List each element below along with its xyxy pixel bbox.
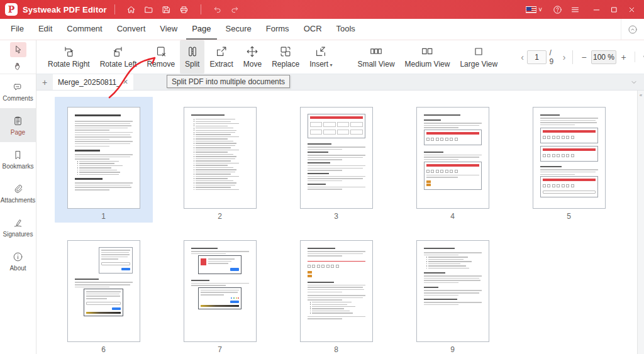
next-page-button[interactable]: › (560, 52, 569, 62)
sidebar: CommentsPageBookmarksAttachmentsSignatur… (0, 40, 36, 354)
page-preview[interactable] (184, 240, 257, 342)
zoom-level-input[interactable]: 100 % (591, 50, 617, 64)
button-label: Rotate Left (100, 60, 137, 69)
page-preview[interactable] (184, 107, 257, 209)
page-preview[interactable] (416, 240, 489, 342)
hamburger-menu-button[interactable] (566, 1, 584, 18)
page-preview[interactable] (67, 240, 140, 342)
page-thumbnail-9[interactable]: 9 (404, 230, 502, 354)
button-label: Small View (357, 60, 394, 69)
sidebar-item-signatures[interactable]: Signatures (0, 210, 36, 244)
sidebar-item-bookmarks[interactable]: Bookmarks (0, 142, 36, 176)
close-button[interactable] (623, 1, 640, 18)
collapse-ribbon-button[interactable] (621, 19, 644, 40)
page-preview[interactable] (300, 240, 373, 342)
open-folder-button[interactable] (140, 1, 158, 18)
medium-view-button[interactable]: Medium View (400, 40, 455, 74)
page-number-input[interactable]: 1 (527, 50, 547, 64)
page-preview[interactable] (300, 107, 373, 209)
about-icon (12, 251, 24, 263)
large-view-button[interactable]: Large View (455, 40, 502, 74)
document-tab[interactable]: Merge_20250811_... ✕ (53, 74, 133, 90)
page-thumbnail-8[interactable]: 8 (287, 230, 386, 354)
panel-collapse-rail[interactable]: « (637, 91, 644, 354)
page-preview[interactable] (533, 107, 606, 209)
thumbnail-cell: 7 (162, 230, 278, 354)
print-icon (179, 4, 189, 15)
print-button[interactable] (175, 1, 193, 18)
menu-item-edit[interactable]: Edit (33, 19, 58, 40)
split-button[interactable]: Split (180, 40, 204, 74)
menu-item-file[interactable]: File (5, 19, 30, 40)
page-thumbnail-3[interactable]: 3 (287, 97, 386, 223)
sidebar-item-label: Comments (3, 95, 33, 102)
rotate-left-button[interactable]: Rotate Left (95, 40, 142, 74)
maximize-button[interactable] (605, 1, 623, 18)
page-number-label: 5 (567, 212, 571, 221)
home-icon (126, 4, 136, 15)
page-thumbnail-6[interactable]: 6 (55, 230, 153, 354)
replace-button[interactable]: Replace (267, 40, 304, 74)
language-selector[interactable]: ˅ (525, 1, 548, 18)
menu-item-page[interactable]: Page (186, 19, 216, 40)
chevron-down-icon: ▾ (328, 62, 332, 68)
new-tab-button[interactable]: + (36, 74, 53, 90)
menubar: FileEditCommentConvertViewPageSecureForm… (0, 19, 644, 40)
prev-page-button[interactable]: ‹ (518, 52, 527, 62)
menu-item-convert[interactable]: Convert (111, 19, 152, 40)
menu-item-forms[interactable]: Forms (260, 19, 295, 40)
sidebar-item-comments[interactable]: Comments (0, 74, 36, 108)
menu-item-secure[interactable]: Secure (220, 19, 257, 40)
page-preview[interactable] (416, 107, 489, 209)
page-number-label: 7 (218, 345, 222, 354)
page-number-label: 6 (101, 345, 106, 354)
page-thumbnail-7[interactable]: 7 (171, 230, 269, 354)
button-label: Insert ▾ (309, 60, 332, 69)
zoom-in-button[interactable]: + (616, 52, 630, 62)
remove-icon (154, 45, 168, 58)
chevron-down-icon (630, 79, 638, 86)
tab-close-icon[interactable]: ✕ (123, 78, 128, 86)
extract-icon (214, 45, 228, 58)
cursor-tool-button[interactable] (10, 42, 26, 57)
small-view-icon (369, 45, 383, 58)
pdf-editor-window: P Systweak PDF Editor ˅ FileEditCommentC… (0, 0, 644, 354)
rotate-right-button[interactable]: Rotate Right (43, 40, 95, 74)
menu-item-tools[interactable]: Tools (331, 19, 361, 40)
small-view-button[interactable]: Small View (352, 40, 399, 74)
page-thumbnail-2[interactable]: 2 (171, 97, 269, 223)
medium-view-icon (420, 45, 434, 58)
search-button[interactable] (635, 52, 644, 62)
page-preview[interactable] (67, 107, 140, 209)
remove-button[interactable]: Remove (142, 40, 180, 74)
menu-item-view[interactable]: View (154, 19, 183, 40)
extract-button[interactable]: Extract (204, 40, 238, 74)
thumbnail-cell: 5 (511, 97, 627, 223)
sidebar-item-attachments[interactable]: Attachments (0, 176, 36, 210)
insert-button[interactable]: Insert ▾ (304, 40, 337, 74)
hand-tool-button[interactable] (10, 58, 26, 74)
sidebar-item-about[interactable]: About (0, 244, 36, 278)
sidebar-item-label: Page (11, 129, 25, 136)
page-thumbnail-4[interactable]: 4 (404, 97, 502, 223)
signatures-icon (12, 217, 24, 229)
undo-button[interactable] (209, 1, 226, 18)
zoom-out-button[interactable]: − (577, 52, 591, 62)
sidebar-item-page[interactable]: Page (0, 108, 36, 142)
app-logo-icon: P (5, 3, 18, 16)
page-thumbnail-5[interactable]: 5 (520, 97, 618, 223)
minimize-button[interactable] (587, 1, 605, 18)
save-button[interactable] (158, 1, 175, 18)
redo-button[interactable] (226, 1, 244, 18)
menu-item-comment[interactable]: Comment (61, 19, 108, 40)
replace-icon (279, 45, 292, 58)
tab-list-button[interactable] (624, 74, 644, 90)
move-button[interactable]: Move (238, 40, 267, 74)
button-label: Medium View (405, 60, 450, 69)
hand-icon (13, 60, 24, 72)
home-button[interactable] (123, 1, 140, 18)
menu-item-ocr[interactable]: OCR (298, 19, 328, 40)
page-thumbnail-1[interactable]: 1 (55, 97, 153, 223)
help-button[interactable] (548, 1, 566, 18)
comments-icon (12, 81, 24, 93)
